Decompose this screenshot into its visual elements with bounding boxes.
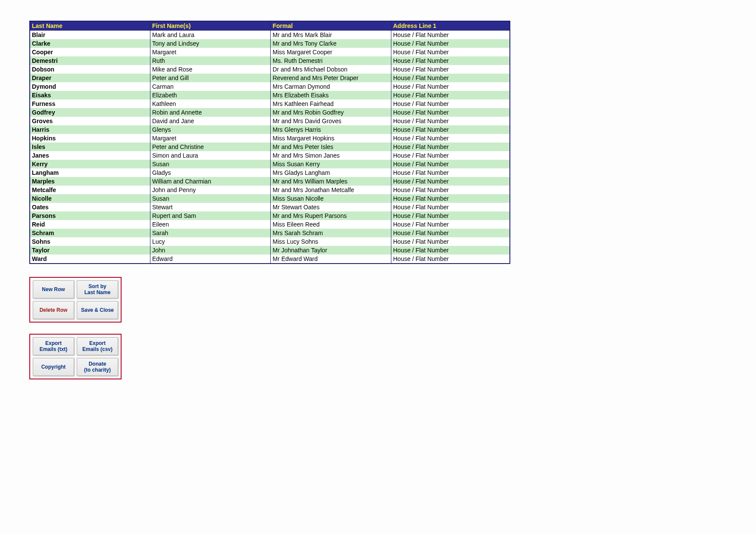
table-cell[interactable]: Clarke [30,39,150,48]
table-cell[interactable]: Simon and Laura [150,151,271,160]
table-cell[interactable]: Lucy [150,237,271,246]
table-cell[interactable]: Mr and Mrs Rupert Parsons [271,211,391,220]
header-formal[interactable]: Formal [271,21,391,31]
table-cell[interactable]: House / Flat Number [391,48,510,56]
table-cell[interactable]: House / Flat Number [391,160,510,168]
table-cell[interactable]: Gladys [150,168,271,177]
table-cell[interactable]: Harris [30,125,150,134]
table-cell[interactable]: Mr Edward Ward [271,255,391,264]
table-cell[interactable]: House / Flat Number [391,151,510,160]
new-row-button[interactable]: New Row [33,280,74,298]
table-cell[interactable]: House / Flat Number [391,168,510,177]
table-row[interactable]: DobsonMike and RoseDr and Mrs Michael Do… [30,65,510,74]
table-cell[interactable]: House / Flat Number [391,134,510,143]
table-cell[interactable]: Miss Susan Kerry [271,160,391,168]
table-cell[interactable]: Blair [30,31,150,40]
table-row[interactable]: SchramSarahMrs Sarah SchramHouse / Flat … [30,229,510,237]
table-row[interactable]: TaylorJohnMr Johnathan TaylorHouse / Fla… [30,246,510,255]
table-cell[interactable]: Ms. Ruth Demestri [271,56,391,65]
table-cell[interactable]: Mrs Gladys Langham [271,168,391,177]
table-cell[interactable]: House / Flat Number [391,194,510,203]
table-cell[interactable]: Hopkins [30,134,150,143]
table-cell[interactable]: Mr and Mrs David Groves [271,117,391,125]
table-cell[interactable]: House / Flat Number [391,31,510,40]
table-cell[interactable]: Marples [30,177,150,186]
table-cell[interactable]: Margaret [150,134,271,143]
table-cell[interactable]: Cooper [30,48,150,56]
table-cell[interactable]: House / Flat Number [391,82,510,91]
table-row[interactable]: DemestriRuthMs. Ruth DemestriHouse / Fla… [30,56,510,65]
table-cell[interactable]: Robin and Annette [150,108,271,117]
table-cell[interactable]: William and Charmian [150,177,271,186]
table-cell[interactable]: House / Flat Number [391,108,510,117]
table-row[interactable]: JanesSimon and LauraMr and Mrs Simon Jan… [30,151,510,160]
table-cell[interactable]: Eisaks [30,91,150,99]
table-cell[interactable]: Stewart [150,203,271,211]
table-cell[interactable]: House / Flat Number [391,229,510,237]
table-cell[interactable]: Mr and Mrs Robin Godfrey [271,108,391,117]
table-cell[interactable]: Metcalfe [30,186,150,194]
table-cell[interactable]: Godfrey [30,108,150,117]
table-row[interactable]: FurnessKathleenMrs Kathleen FairheadHous… [30,99,510,108]
table-row[interactable]: HarrisGlenysMrs Glenys HarrisHouse / Fla… [30,125,510,134]
table-cell[interactable]: House / Flat Number [391,203,510,211]
table-row[interactable]: OatesStewartMr Stewart OatesHouse / Flat… [30,203,510,211]
export-emails-csv-button[interactable]: Export Emails (csv) [77,337,118,355]
table-cell[interactable]: House / Flat Number [391,220,510,229]
table-cell[interactable]: Langham [30,168,150,177]
table-cell[interactable]: Demestri [30,56,150,65]
table-cell[interactable]: Dobson [30,65,150,74]
table-cell[interactable]: Reverend and Mrs Peter Draper [271,74,391,82]
table-cell[interactable]: Furness [30,99,150,108]
table-cell[interactable]: Glenys [150,125,271,134]
table-cell[interactable]: David and Jane [150,117,271,125]
table-row[interactable]: WardEdwardMr Edward WardHouse / Flat Num… [30,255,510,264]
table-cell[interactable]: House / Flat Number [391,177,510,186]
table-row[interactable]: GrovesDavid and JaneMr and Mrs David Gro… [30,117,510,125]
table-cell[interactable]: Margaret [150,48,271,56]
table-cell[interactable]: Schram [30,229,150,237]
table-cell[interactable]: Ruth [150,56,271,65]
table-cell[interactable]: House / Flat Number [391,65,510,74]
table-cell[interactable]: Kerry [30,160,150,168]
table-cell[interactable]: Janes [30,151,150,160]
table-cell[interactable]: House / Flat Number [391,39,510,48]
table-cell[interactable]: Mrs Elizabeth Eisaks [271,91,391,99]
table-row[interactable]: BlairMark and LauraMr and Mrs Mark Blair… [30,31,510,40]
table-cell[interactable]: House / Flat Number [391,143,510,151]
table-cell[interactable]: Dr and Mrs Michael Dobson [271,65,391,74]
header-address-line-1[interactable]: Address Line 1 [391,21,510,31]
table-cell[interactable]: Mrs Glenys Harris [271,125,391,134]
table-row[interactable]: NicolleSusanMiss Susan NicolleHouse / Fl… [30,194,510,203]
table-cell[interactable]: Mike and Rose [150,65,271,74]
table-cell[interactable]: Mrs Carman Dymond [271,82,391,91]
table-cell[interactable]: House / Flat Number [391,99,510,108]
table-row[interactable]: ReidEileenMiss Eileen ReedHouse / Flat N… [30,220,510,229]
table-row[interactable]: KerrySusanMiss Susan KerryHouse / Flat N… [30,160,510,168]
table-cell[interactable]: Edward [150,255,271,264]
table-cell[interactable]: Nicolle [30,194,150,203]
table-cell[interactable]: House / Flat Number [391,56,510,65]
table-cell[interactable]: House / Flat Number [391,237,510,246]
table-cell[interactable]: Tony and Lindsey [150,39,271,48]
table-cell[interactable]: John [150,246,271,255]
table-cell[interactable]: Kathleen [150,99,271,108]
table-cell[interactable]: House / Flat Number [391,74,510,82]
table-cell[interactable]: Rupert and Sam [150,211,271,220]
table-cell[interactable]: Mr and Mrs William Marples [271,177,391,186]
table-cell[interactable]: Groves [30,117,150,125]
table-row[interactable]: MarplesWilliam and CharmianMr and Mrs Wi… [30,177,510,186]
table-row[interactable]: CooperMargaretMiss Margaret CooperHouse … [30,48,510,56]
table-row[interactable]: LanghamGladysMrs Gladys LanghamHouse / F… [30,168,510,177]
table-row[interactable]: MetcalfeJohn and PennyMr and Mrs Jonatha… [30,186,510,194]
table-cell[interactable]: Mr and Mrs Simon Janes [271,151,391,160]
table-cell[interactable]: House / Flat Number [391,91,510,99]
table-cell[interactable]: Sarah [150,229,271,237]
table-cell[interactable]: House / Flat Number [391,246,510,255]
table-cell[interactable]: Susan [150,194,271,203]
table-cell[interactable]: Mr and Mrs Tony Clarke [271,39,391,48]
table-cell[interactable]: Susan [150,160,271,168]
table-cell[interactable]: Ward [30,255,150,264]
copyright-button[interactable]: Copyright [33,358,74,376]
table-cell[interactable]: Elizabeth [150,91,271,99]
